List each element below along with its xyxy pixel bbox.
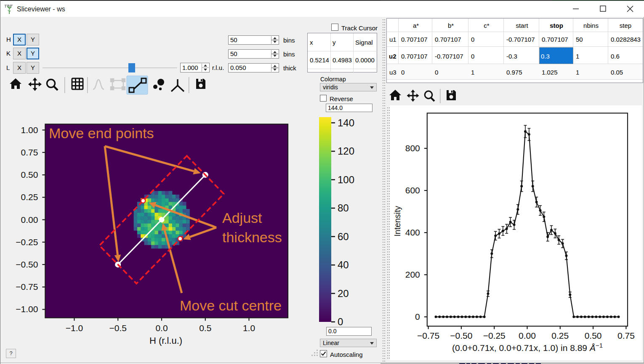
svg-text:−0.25: −0.25 [16, 237, 38, 247]
svg-text:400: 400 [405, 228, 420, 237]
svg-text:0.75: 0.75 [21, 147, 38, 157]
svg-text:0.25: 0.25 [21, 192, 38, 202]
svg-text:1.00: 1.00 [21, 125, 38, 135]
svg-text:0.75: 0.75 [617, 331, 635, 340]
svg-text:−0.25: −0.25 [483, 331, 506, 340]
svg-text:H (r.l.u.): H (r.l.u.) [149, 335, 182, 346]
svg-text:0.25: 0.25 [551, 331, 569, 340]
svg-text:800: 800 [405, 143, 420, 153]
svg-text:0.50: 0.50 [21, 170, 38, 179]
svg-text:−1.00: −1.00 [16, 304, 38, 314]
svg-text:Intensity: Intensity [393, 206, 402, 236]
svg-text:0.5: 0.5 [199, 323, 211, 333]
svg-text:600: 600 [405, 185, 420, 195]
svg-text:−0.75: −0.75 [417, 331, 439, 340]
svg-text:−0.5: −0.5 [109, 323, 126, 333]
svg-text:0.0: 0.0 [155, 323, 168, 333]
svg-text:−0.50: −0.50 [16, 260, 38, 269]
svg-text:Adjust: Adjust [222, 210, 262, 226]
svg-text:0.00: 0.00 [21, 215, 38, 225]
svg-text:−1.0: −1.0 [66, 323, 83, 333]
svg-text:−0.75: −0.75 [16, 282, 38, 292]
svg-text:(0.0+0.71x, 0.0+0.71x, 1.0) in: (0.0+0.71x, 0.0+0.71x, 1.0) in 8.89 Å−1 [452, 342, 603, 353]
svg-text:thickness: thickness [222, 229, 282, 245]
svg-text:Move cut centre: Move cut centre [180, 297, 282, 313]
svg-text:−0.50: −0.50 [450, 331, 472, 340]
svg-text:0.50: 0.50 [585, 331, 602, 340]
svg-text:1.0: 1.0 [243, 323, 255, 333]
svg-text:0.00: 0.00 [519, 331, 536, 340]
svg-text:200: 200 [405, 270, 420, 279]
svg-text:0: 0 [415, 312, 420, 321]
svg-text:Move end points: Move end points [49, 125, 154, 141]
